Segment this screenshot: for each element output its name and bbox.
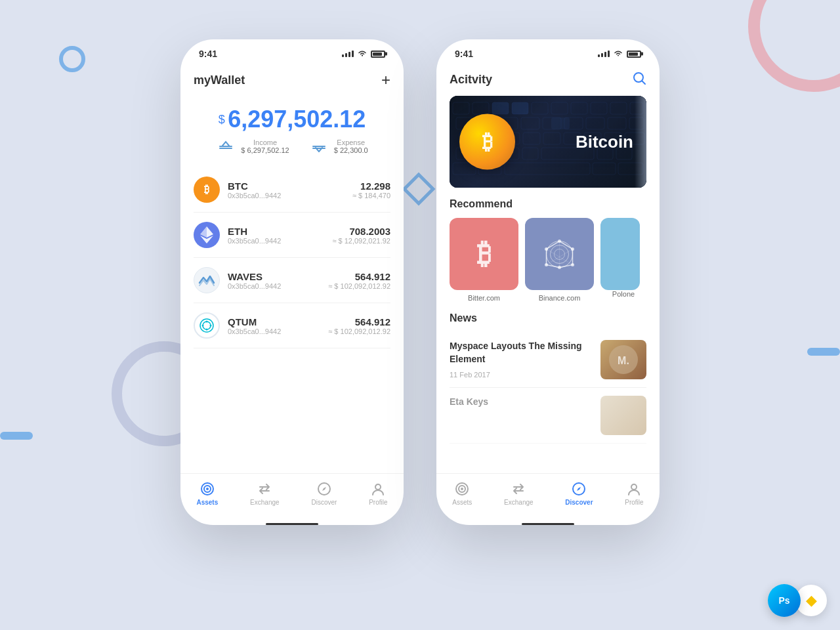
btc-usd: ≈ $ 184,470: [352, 192, 390, 200]
bottom-nav-1: Assets Exchange Discover: [180, 473, 404, 519]
svg-point-13: [206, 488, 209, 490]
qtum-icon: [194, 312, 220, 339]
news-thumb-inner-2: [600, 396, 646, 435]
wallet-header: myWallet +: [194, 64, 390, 99]
crypto-item-qtum[interactable]: QTUM 0x3b5ca0...9442 564.912 ≈ $ 102,092…: [194, 303, 390, 348]
nav-discover-1[interactable]: Discover: [311, 482, 337, 506]
binance-label: Binance.com: [525, 294, 594, 302]
crypto-item-btc[interactable]: ₿ BTC 0x3b5ca0...9442 12.298 ≈ $ 184,470: [194, 167, 390, 213]
nav-profile-2[interactable]: Profile: [625, 482, 643, 506]
sketch-icon: ◆: [806, 592, 817, 609]
news-content-2: Eta Keys: [450, 396, 593, 414]
hero-edge: [635, 96, 646, 188]
wifi-icon-1: [358, 49, 367, 58]
qtum-amount: 564.912: [328, 316, 390, 327]
bitter-icon: ₿: [477, 238, 492, 270]
news-title: News: [450, 312, 646, 324]
svg-point-8: [206, 329, 208, 331]
news-title-2: Eta Keys: [450, 396, 593, 409]
bitter-card: ₿: [450, 218, 518, 290]
bitter-label: Bitter.com: [450, 294, 518, 302]
svg-point-70: [571, 263, 574, 266]
recommend-item-polone[interactable]: Polone: [600, 218, 646, 302]
balance-dollar-sign: $: [219, 113, 225, 126]
nav-discover-2[interactable]: Discover: [565, 482, 593, 506]
waves-usd: ≈ $ 102,092,012.92: [328, 282, 390, 290]
expense-label: Expense: [334, 138, 368, 146]
svg-point-0: [362, 55, 363, 56]
news-item-2[interactable]: Eta Keys: [450, 388, 646, 444]
nav-assets-1[interactable]: Assets: [196, 482, 218, 506]
news-section: News Myspace Layouts The Missing Element…: [450, 312, 646, 444]
recommend-section: Recommend ₿ Bitter.com: [450, 198, 646, 312]
waves-name: WAVES: [228, 271, 328, 282]
news-content-1: Myspace Layouts The Missing Element 11 F…: [450, 340, 593, 379]
profile-icon-2: [627, 482, 641, 496]
nav-exchange-label-1: Exchange: [250, 499, 279, 506]
assets-icon-2: [455, 482, 469, 496]
search-button[interactable]: [632, 71, 646, 88]
waves-info: WAVES 0x3b5ca0...9442: [228, 271, 328, 290]
recommend-item-binance[interactable]: Binance.com: [525, 218, 594, 302]
nav-profile-1[interactable]: Profile: [369, 482, 387, 506]
nav-exchange-1[interactable]: Exchange: [250, 482, 279, 506]
news-title-1: Myspace Layouts The Missing Element: [450, 340, 593, 366]
news-thumb-graphic-1: M.: [607, 343, 640, 376]
income-item: Income $ 6,297,502.12: [216, 138, 289, 154]
recommend-item-bitter[interactable]: ₿ Bitter.com: [450, 218, 518, 302]
activity-title: Acitvity: [450, 73, 492, 87]
svg-rect-60: [551, 117, 570, 129]
balance-amount: 6,297,502.12: [228, 106, 366, 133]
bottom-nav-2: Assets Exchange Discover: [436, 473, 660, 519]
signal-bar-2: [345, 53, 347, 57]
activity-content: Acitvity: [436, 64, 660, 473]
waves-amount: 564.912: [328, 271, 390, 282]
nav-profile-label-1: Profile: [369, 499, 387, 506]
nav-exchange-label-2: Exchange: [504, 499, 533, 506]
btc-icon: ₿: [194, 177, 220, 203]
qtum-value: 564.912 ≈ $ 102,092,012.92: [328, 316, 390, 335]
svg-point-71: [558, 266, 561, 269]
svg-rect-25: [591, 102, 607, 114]
svg-rect-19: [472, 102, 489, 114]
income-value: $ 6,297,502.12: [241, 146, 289, 154]
signal-bar-2-3: [604, 52, 606, 57]
signal-bar-2-4: [608, 51, 610, 57]
news-item-1[interactable]: Myspace Layouts The Missing Element 11 F…: [450, 332, 646, 388]
nav-exchange-2[interactable]: Exchange: [504, 482, 533, 506]
bitcoin-label: Bitcoin: [576, 132, 633, 152]
svg-point-7: [206, 321, 208, 323]
nav-assets-2[interactable]: Assets: [452, 482, 472, 506]
svg-rect-41: [543, 133, 560, 144]
income-text: Income $ 6,297,502.12: [241, 138, 289, 154]
add-button[interactable]: +: [381, 71, 390, 89]
exchange-icon-1: [257, 482, 272, 496]
polone-label: Polone: [600, 290, 646, 298]
income-icon: [216, 140, 236, 153]
battery-fill-2: [629, 52, 638, 56]
profile-icon-1: [371, 482, 385, 496]
phone-activity: 9:41: [436, 39, 660, 525]
phone-wallet: 9:41: [180, 39, 404, 525]
qtum-name: QTUM: [228, 316, 328, 327]
recommend-title: Recommend: [450, 198, 646, 210]
svg-point-9: [202, 325, 204, 327]
svg-rect-4: [312, 148, 326, 149]
status-icons-1: [342, 49, 385, 58]
recommend-list: ₿ Bitter.com: [450, 218, 646, 302]
eth-icon: [194, 222, 220, 248]
crypto-item-waves[interactable]: WAVES 0x3b5ca0...9442 564.912 ≈ $ 102,09…: [194, 258, 390, 303]
btc-value: 12.298 ≈ $ 184,470: [352, 180, 390, 200]
status-bar-1: 9:41: [180, 39, 404, 64]
eth-value: 708.2003 ≈ $ 12,092,021.92: [332, 226, 390, 245]
eth-address: 0x3b5ca0...9442: [228, 237, 332, 245]
svg-rect-55: [505, 163, 590, 175]
signal-bar-2-2: [601, 53, 603, 57]
exchange-icon-2: [511, 482, 526, 496]
status-bar-2: 9:41: [436, 39, 660, 64]
crypto-item-eth[interactable]: ETH 0x3b5ca0...9442 708.2003 ≈ $ 12,092,…: [194, 213, 390, 258]
svg-rect-58: [492, 102, 509, 114]
svg-rect-18: [453, 102, 469, 114]
svg-rect-24: [571, 102, 587, 114]
qtum-usd: ≈ $ 102,092,012.92: [328, 327, 390, 335]
